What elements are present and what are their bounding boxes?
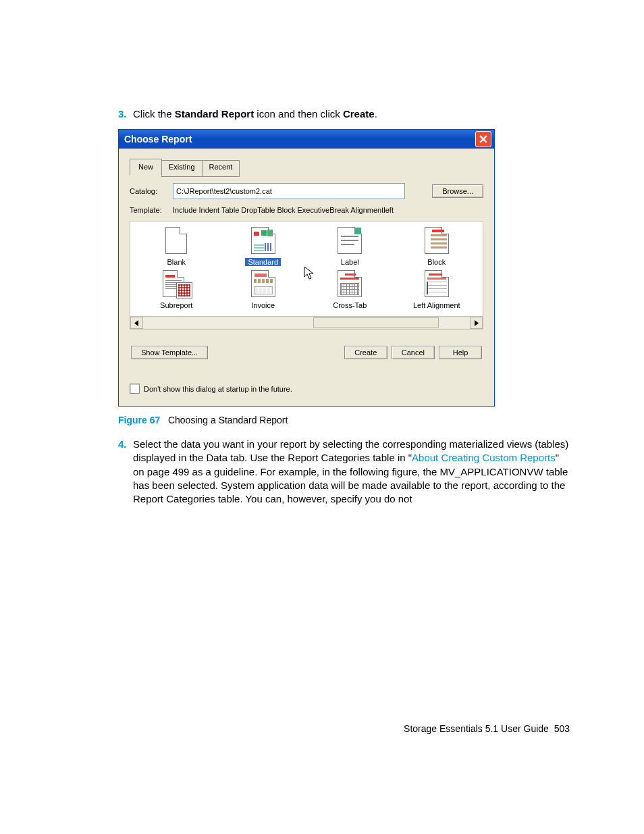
cancel-button[interactable]: Cancel	[392, 346, 435, 359]
dont-show-checkbox[interactable]	[130, 384, 140, 394]
template-invoice-label: Invoice	[251, 301, 275, 309]
step-number: 3.	[118, 108, 133, 120]
titlebar[interactable]: Choose Report	[119, 130, 494, 149]
triangle-left-icon	[134, 320, 139, 326]
scrollbar-thumb[interactable]	[313, 317, 439, 328]
create-button[interactable]: Create	[344, 346, 387, 359]
step-4: 4. Select the data you want in your repo…	[118, 438, 570, 506]
template-row: Template: Include Indent Table DropTable…	[130, 206, 483, 214]
catalog-label: Catalog:	[130, 187, 173, 195]
template-subreport[interactable]: Subreport	[133, 270, 220, 309]
step-4-text: Select the data you want in your report …	[133, 438, 570, 506]
triangle-right-icon	[474, 320, 479, 326]
template-subreport-label: Subreport	[160, 301, 192, 309]
figure-text: Choosing a Standard Report	[168, 415, 288, 425]
dont-show-label: Don't show this dialog at startup in the…	[144, 385, 292, 393]
template-block[interactable]: Block	[394, 227, 481, 266]
template-list: Blank Standard	[130, 221, 483, 330]
template-label-label: Label	[341, 258, 359, 266]
template-standard[interactable]: Standard	[220, 227, 307, 266]
template-invoice[interactable]: Invoice	[220, 270, 307, 309]
scrollbar-track[interactable]	[143, 317, 470, 328]
template-leftalign[interactable]: Left Alignment	[394, 270, 481, 309]
dont-show-row: Don't show this dialog at startup in the…	[130, 384, 483, 394]
horizontal-scrollbar[interactable]	[130, 316, 483, 329]
template-label[interactable]: Label	[306, 227, 394, 266]
template-crosstab[interactable]: Cross-Tab	[306, 270, 394, 309]
close-icon	[479, 135, 487, 143]
template-leftalign-label: Left Alignment	[413, 301, 460, 309]
template-label: Template:	[130, 206, 173, 214]
close-button[interactable]	[475, 131, 491, 147]
template-crosstab-label: Cross-Tab	[333, 301, 367, 309]
help-button[interactable]: Help	[439, 346, 482, 359]
dialog-body: New Existing Recent Catalog: Browse... T…	[119, 149, 494, 406]
tabs: New Existing Recent	[130, 158, 483, 175]
cursor-icon	[304, 266, 316, 281]
catalog-input[interactable]	[173, 183, 405, 199]
figure-label: Figure 67	[118, 415, 160, 425]
step-3: 3. Click the Standard Report icon and th…	[118, 108, 570, 120]
about-creating-custom-reports-link[interactable]: About Creating Custom Reports	[412, 452, 556, 463]
template-desc: Include Indent Table DropTable Block Exe…	[173, 206, 394, 214]
show-template-button[interactable]: Show Template...	[131, 346, 208, 359]
tab-new[interactable]: New	[130, 159, 162, 176]
template-block-label: Block	[427, 258, 446, 266]
tab-recent[interactable]: Recent	[202, 160, 240, 177]
scroll-left-arrow[interactable]	[130, 317, 143, 329]
choose-report-dialog: Choose Report New Existing Recent Catalo…	[118, 129, 495, 407]
step-number: 4.	[118, 438, 133, 506]
scroll-right-arrow[interactable]	[470, 317, 483, 329]
template-standard-label: Standard	[245, 258, 281, 266]
dialog-title: Choose Report	[124, 134, 192, 145]
template-blank[interactable]: Blank	[133, 227, 220, 266]
browse-button[interactable]: Browse...	[432, 184, 483, 198]
template-blank-label: Blank	[167, 258, 186, 266]
catalog-row: Catalog: Browse...	[130, 183, 483, 199]
dialog-buttons: Show Template... Create Cancel Help	[130, 346, 483, 359]
step-3-text: Click the Standard Report icon and then …	[133, 108, 377, 120]
figure-caption: Figure 67 Choosing a Standard Report	[118, 415, 570, 425]
tab-existing[interactable]: Existing	[161, 160, 203, 177]
